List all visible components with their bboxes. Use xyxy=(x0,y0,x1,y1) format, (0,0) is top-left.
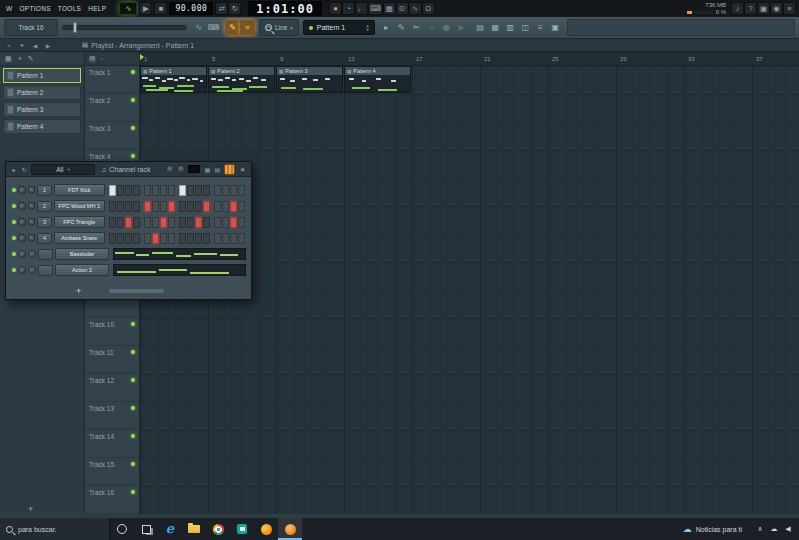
pattern-list-item[interactable]: Pattern 4 xyxy=(3,119,81,134)
slider-knob[interactable] xyxy=(73,22,77,33)
slide-mode-icon[interactable]: ≈ xyxy=(240,20,255,35)
step-cell[interactable] xyxy=(133,185,140,196)
channel-mute-led[interactable] xyxy=(12,252,16,256)
step-mode-icon[interactable] xyxy=(224,164,235,175)
current-track-indicator[interactable]: Track 16 xyxy=(4,19,58,36)
step-cell[interactable] xyxy=(117,185,124,196)
clip-header[interactable]: ▦Pattern 2 xyxy=(209,67,274,75)
step-cell[interactable] xyxy=(203,217,210,228)
channel-number[interactable]: 2 xyxy=(37,201,51,212)
step-cell[interactable] xyxy=(133,217,140,228)
menu-more-icon[interactable]: ≡ xyxy=(783,2,796,15)
step-cell[interactable] xyxy=(214,185,221,196)
loop-mode-icon[interactable]: ↻ xyxy=(228,2,241,15)
news-widget[interactable]: ☁ Noticias para ti xyxy=(676,518,749,540)
channel-volume-knob[interactable] xyxy=(28,266,36,274)
picker-add-icon[interactable]: + xyxy=(18,55,22,62)
step-cell[interactable] xyxy=(125,201,132,212)
channel-number[interactable]: 3 xyxy=(37,217,51,228)
step-cell[interactable] xyxy=(125,217,132,228)
step-cell[interactable] xyxy=(195,233,202,244)
step-cell[interactable] xyxy=(125,233,132,244)
step-cell[interactable] xyxy=(195,185,202,196)
step-cell[interactable] xyxy=(195,201,202,212)
snap-global-icon[interactable]: Ω xyxy=(422,2,435,15)
stop-button[interactable]: ■ xyxy=(154,2,167,15)
channel-number[interactable] xyxy=(38,265,53,276)
step-cell[interactable] xyxy=(203,201,210,212)
channel-mute-led[interactable] xyxy=(12,188,16,192)
edge-button[interactable]: e xyxy=(158,518,182,540)
step-cell[interactable] xyxy=(109,217,116,228)
step-cell[interactable] xyxy=(152,185,159,196)
channel-pan-knob[interactable] xyxy=(18,250,26,258)
step-cell[interactable] xyxy=(133,233,140,244)
track-led[interactable] xyxy=(131,462,135,466)
pattern-selector[interactable]: Pattern 1 ▴▾ xyxy=(303,20,375,35)
playlist-view-icon[interactable]: ▤ xyxy=(473,20,488,35)
clip-header[interactable]: ▦Pattern 3 xyxy=(277,67,342,75)
track-header[interactable]: Track 2 xyxy=(85,94,139,122)
help-icon[interactable]: ? xyxy=(744,2,757,15)
channel-rack-view-icon[interactable]: ▥ xyxy=(503,20,518,35)
track-header[interactable]: Track 15 xyxy=(85,458,139,486)
track-led[interactable] xyxy=(131,378,135,382)
channel-volume-knob[interactable] xyxy=(28,234,36,242)
channel-name-button[interactable]: Bassludar xyxy=(55,248,109,260)
channel-name-button[interactable]: Action 2 xyxy=(55,264,109,276)
step-cell[interactable] xyxy=(160,217,167,228)
step-cell[interactable] xyxy=(160,201,167,212)
pattern-list-item[interactable]: Pattern 1 xyxy=(3,68,81,83)
pencil-tool-icon[interactable]: ✎ xyxy=(394,20,409,35)
typing-to-piano-icon[interactable]: ⌨ xyxy=(206,20,221,35)
record-icon[interactable]: ● xyxy=(329,2,342,15)
pattern-clip[interactable]: ▦Pattern 1 xyxy=(140,66,207,93)
pattern-clip[interactable]: ▦Pattern 4 xyxy=(344,66,411,93)
step-cell[interactable] xyxy=(117,233,124,244)
track-header[interactable]: Track 10 xyxy=(85,318,139,346)
pattern-clip[interactable]: ▦Pattern 3 xyxy=(276,66,343,93)
step-cell[interactable] xyxy=(160,185,167,196)
taskbar-search[interactable]: para buscar. xyxy=(0,518,110,540)
track-header[interactable]: Track 1 xyxy=(85,66,139,94)
step-cell[interactable] xyxy=(125,185,132,196)
master-pitch-slider[interactable] xyxy=(62,25,187,30)
track-header[interactable]: Track 3 xyxy=(85,122,139,150)
close-icon[interactable]: × xyxy=(238,165,247,174)
channel-name-button[interactable]: FDT Kick xyxy=(54,184,105,196)
track-led[interactable] xyxy=(131,126,135,130)
step-cell[interactable] xyxy=(144,201,151,212)
track-led[interactable] xyxy=(131,98,135,102)
channel-number[interactable] xyxy=(38,249,53,260)
collapse-icon[interactable]: » xyxy=(4,42,14,49)
step-cell[interactable] xyxy=(187,201,194,212)
step-cell[interactable] xyxy=(230,217,237,228)
plugin-picker-icon[interactable]: ▣ xyxy=(548,20,563,35)
step-cell[interactable] xyxy=(109,185,116,196)
channel-number[interactable]: 1 xyxy=(37,185,51,196)
rack-graph-editor-icon[interactable]: ▦ xyxy=(203,166,211,173)
playlist-timeline[interactable]: 15913172125293337 xyxy=(140,52,799,66)
channel-volume-knob[interactable] xyxy=(28,218,36,226)
channel-mute-led[interactable] xyxy=(12,204,16,208)
browser-view-icon[interactable]: ≡ xyxy=(533,20,548,35)
slice-tool-icon[interactable]: ✂ xyxy=(409,20,424,35)
next-marker-icon[interactable]: ▶ xyxy=(43,42,53,49)
play-button[interactable]: ▶ xyxy=(139,2,152,15)
channel-volume-knob[interactable] xyxy=(28,202,36,210)
track-header[interactable]: Track 13 xyxy=(85,402,139,430)
pattern-list-item[interactable]: Pattern 2 xyxy=(3,85,81,100)
rack-keyboard-editor-icon[interactable]: ▤ xyxy=(213,166,221,173)
prev-marker-icon[interactable]: ◀ xyxy=(30,42,40,49)
menu-w[interactable]: W xyxy=(6,5,12,12)
step-cell[interactable] xyxy=(179,185,186,196)
step-cell[interactable] xyxy=(168,233,175,244)
cortana-button[interactable] xyxy=(110,518,134,540)
track-header[interactable]: Track 11 xyxy=(85,346,139,374)
channel-rack-window[interactable]: ▸↻ All ▾ ♫ Channel rack ▦▤ × 1FDT Kick2F… xyxy=(5,161,252,300)
midi-icon[interactable]: ♪ xyxy=(731,2,744,15)
picker-rename-icon[interactable]: ✎ xyxy=(28,55,34,63)
menu-options[interactable]: OPTIONS xyxy=(19,5,50,12)
step-cell[interactable] xyxy=(214,201,221,212)
plugin-panel-icon[interactable]: ▣ xyxy=(757,2,770,15)
